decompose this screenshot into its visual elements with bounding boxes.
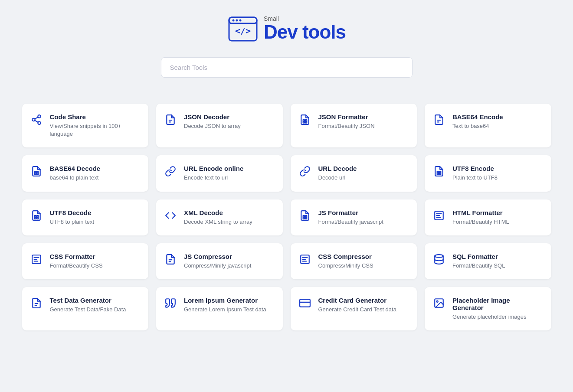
svg-rect-34 bbox=[305, 217, 307, 219]
card-icon-credit-card-gen bbox=[299, 297, 312, 312]
card-title-lorem-ipsum: Lorem Ipsum Generator bbox=[184, 297, 266, 304]
svg-rect-25 bbox=[437, 173, 439, 175]
card-text-js-compressor: JS Compressor Compress/Minify javascript bbox=[184, 253, 251, 270]
card-text-test-data-gen: Test Data Generator Generate Test Data/F… bbox=[50, 297, 126, 314]
card-icon-base64-decode bbox=[31, 166, 44, 180]
card-icon-json-decoder bbox=[165, 114, 178, 128]
card-text-html-formatter: HTML Formatter Format/Beautify HTML bbox=[452, 209, 509, 226]
card-url-encode[interactable]: URL Encode online Encode text to url bbox=[156, 155, 283, 191]
card-icon-json-formatter bbox=[299, 114, 312, 128]
card-icon-base64-encode bbox=[433, 114, 446, 128]
card-text-base64-encode: BASE64 Encode Text to base64 bbox=[452, 113, 503, 130]
svg-point-46 bbox=[437, 301, 438, 302]
card-icon-code-share bbox=[31, 114, 44, 128]
search-wrap bbox=[152, 57, 421, 78]
card-icon-lorem-ipsum bbox=[165, 297, 178, 312]
card-text-utf8-encode: UTF8 Encode Plain text to UTF8 bbox=[452, 165, 498, 182]
svg-rect-27 bbox=[34, 216, 36, 217]
card-icon-utf8-encode bbox=[433, 166, 446, 180]
card-text-utf8-decode: UTF8 Decode UTF8 to plain text bbox=[50, 209, 95, 226]
card-desc-json-formatter: Format/Beautify JSON bbox=[318, 122, 375, 130]
card-icon-url-encode bbox=[165, 166, 178, 180]
card-text-code-share: Code Share View/Share snippets in 100+ l… bbox=[50, 113, 140, 138]
card-test-data-gen[interactable]: Test Data Generator Generate Test Data/F… bbox=[22, 287, 149, 330]
logo-big-text: Dev tools bbox=[264, 23, 346, 42]
svg-rect-15 bbox=[303, 121, 304, 123]
card-js-compressor[interactable]: JS Compressor Compress/Minify javascript bbox=[156, 243, 283, 279]
card-title-placeholder-img: Placeholder Image Generator bbox=[452, 297, 543, 311]
card-title-css-compressor: CSS Compressor bbox=[318, 253, 373, 260]
svg-rect-14 bbox=[305, 120, 307, 121]
card-desc-js-compressor: Compress/Minify javascript bbox=[184, 262, 251, 270]
card-utf8-decode[interactable]: UTF8 Decode UTF8 to plain text bbox=[22, 199, 149, 235]
card-text-lorem-ipsum: Lorem Ipsum Generator Generate Lorem Ips… bbox=[184, 297, 266, 314]
card-lorem-ipsum[interactable]: Lorem Ipsum Generator Generate Lorem Ips… bbox=[156, 287, 283, 330]
search-input[interactable] bbox=[161, 57, 413, 78]
card-desc-placeholder-img: Generate placeholder images bbox=[452, 313, 543, 321]
tools-grid: Code Share View/Share snippets in 100+ l… bbox=[13, 104, 560, 330]
card-placeholder-img[interactable]: Placeholder Image Generator Generate pla… bbox=[425, 287, 551, 330]
svg-rect-32 bbox=[305, 216, 307, 217]
card-base64-encode[interactable]: BASE64 Encode Text to base64 bbox=[425, 104, 551, 147]
card-title-html-formatter: HTML Formatter bbox=[452, 209, 509, 216]
card-desc-utf8-encode: Plain text to UTF8 bbox=[452, 174, 498, 182]
card-desc-utf8-decode: UTF8 to plain text bbox=[50, 218, 95, 226]
card-icon-xml-decode bbox=[165, 210, 178, 224]
card-title-credit-card-gen: Credit Card Generator bbox=[318, 297, 396, 304]
svg-rect-24 bbox=[439, 171, 441, 173]
svg-line-10 bbox=[35, 117, 38, 119]
card-title-json-decoder: JSON Decoder bbox=[184, 113, 241, 121]
card-text-credit-card-gen: Credit Card Generator Generate Credit Ca… bbox=[318, 297, 396, 314]
card-icon-js-formatter bbox=[299, 210, 312, 224]
card-code-share[interactable]: Code Share View/Share snippets in 100+ l… bbox=[22, 104, 149, 147]
card-title-js-compressor: JS Compressor bbox=[184, 253, 251, 260]
card-icon-css-formatter bbox=[31, 254, 44, 268]
card-base64-decode[interactable]: BASE64 Decode base64 to plain text bbox=[22, 155, 149, 191]
card-title-xml-decode: XML Decode bbox=[184, 209, 252, 216]
card-text-placeholder-img: Placeholder Image Generator Generate pla… bbox=[452, 297, 543, 321]
card-utf8-encode[interactable]: UTF8 Encode Plain text to UTF8 bbox=[425, 155, 551, 191]
svg-rect-19 bbox=[34, 171, 36, 173]
card-icon-placeholder-img bbox=[433, 297, 446, 312]
card-css-formatter[interactable]: CSS Formatter Format/Beautify CSS bbox=[22, 243, 149, 279]
card-html-formatter[interactable]: HTML Formatter Format/Beautify HTML bbox=[425, 199, 551, 235]
svg-point-3 bbox=[236, 20, 238, 22]
card-url-decode[interactable]: URL Decode Decode url bbox=[291, 155, 417, 191]
card-desc-url-encode: Encode text to url bbox=[184, 174, 243, 182]
card-title-base64-encode: BASE64 Encode bbox=[452, 113, 503, 121]
card-xml-decode[interactable]: XML Decode Decode XML string to array bbox=[156, 199, 283, 235]
card-text-json-formatter: JSON Formatter Format/Beautify JSON bbox=[318, 113, 375, 130]
svg-rect-21 bbox=[34, 173, 36, 175]
svg-point-2 bbox=[232, 20, 234, 22]
card-css-compressor[interactable]: CSS Compressor Compress/Minify CSS bbox=[291, 243, 417, 279]
logo-area: </> Small Dev tools bbox=[227, 13, 346, 44]
card-text-json-decoder: JSON Decoder Decode JSON to array bbox=[184, 113, 241, 130]
card-desc-html-formatter: Format/Beautify HTML bbox=[452, 218, 509, 226]
card-desc-credit-card-gen: Generate Credit Card Test data bbox=[318, 306, 396, 314]
card-sql-formatter[interactable]: SQL Formatter Format/Beautify SQL bbox=[425, 243, 551, 279]
svg-rect-33 bbox=[303, 217, 304, 219]
svg-rect-16 bbox=[305, 121, 307, 123]
card-desc-css-formatter: Format/Beautify CSS bbox=[50, 262, 103, 270]
card-icon-utf8-decode bbox=[31, 210, 44, 224]
card-credit-card-gen[interactable]: Credit Card Generator Generate Credit Ca… bbox=[291, 287, 417, 330]
card-title-json-formatter: JSON Formatter bbox=[318, 113, 375, 121]
svg-rect-23 bbox=[437, 171, 439, 173]
svg-rect-22 bbox=[37, 173, 38, 175]
card-desc-js-formatter: Format/Beautify javascript bbox=[318, 218, 383, 226]
card-json-decoder[interactable]: JSON Decoder Decode JSON to array bbox=[156, 104, 283, 147]
card-title-js-formatter: JS Formatter bbox=[318, 209, 383, 216]
svg-rect-31 bbox=[303, 216, 304, 217]
card-desc-base64-encode: Text to base64 bbox=[452, 122, 503, 130]
card-desc-lorem-ipsum: Generate Lorem Ipsum Test data bbox=[184, 306, 266, 314]
card-js-formatter[interactable]: JS Formatter Format/Beautify javascript bbox=[291, 199, 417, 235]
card-desc-base64-decode: base64 to plain text bbox=[50, 174, 101, 182]
card-icon-sql-formatter bbox=[433, 254, 446, 268]
svg-rect-26 bbox=[439, 173, 441, 175]
card-json-formatter[interactable]: JSON Formatter Format/Beautify JSON bbox=[291, 104, 417, 147]
svg-rect-29 bbox=[34, 217, 36, 219]
card-title-css-formatter: CSS Formatter bbox=[50, 253, 103, 260]
card-text-css-formatter: CSS Formatter Format/Beautify CSS bbox=[50, 253, 103, 270]
card-text-base64-decode: BASE64 Decode base64 to plain text bbox=[50, 165, 101, 182]
card-title-url-decode: URL Decode bbox=[318, 165, 357, 172]
